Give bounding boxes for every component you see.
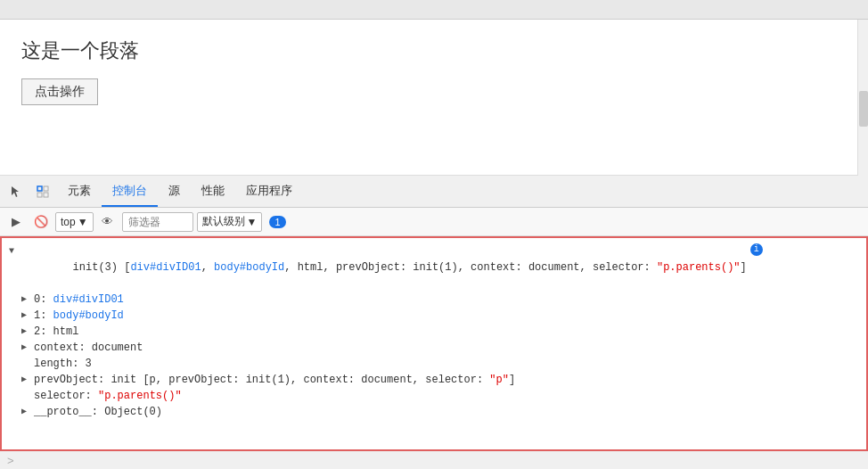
console-line-1[interactable]: ▶ 1: body#bodyId	[9, 308, 859, 324]
tab-elements[interactable]: 元素	[57, 176, 102, 207]
level-dropdown-arrow-icon: ▼	[247, 216, 258, 228]
proto-triangle-icon[interactable]: ▶	[21, 404, 30, 420]
console-output[interactable]: ▼ init(3) [div#divID01, body#bodyId, htm…	[0, 236, 868, 451]
child-0-triangle-icon[interactable]: ▶	[21, 292, 30, 308]
console-line-prevobject[interactable]: ▶ prevObject: init [p, prevObject: init(…	[9, 372, 859, 388]
preview-paragraph: 这是一个段落	[21, 37, 847, 64]
info-icon: i	[750, 243, 763, 256]
console-line-root[interactable]: ▼ init(3) [div#divID01, body#bodyId, htm…	[9, 243, 859, 292]
level-dropdown[interactable]: 默认级别 ▼	[197, 212, 263, 232]
console-line-2[interactable]: ▶ 2: html	[9, 324, 859, 340]
preview-button[interactable]: 点击操作	[21, 78, 98, 105]
console-line-context[interactable]: ▶ context: document	[9, 340, 859, 356]
console-line-selector: ▶ selector: "p.parents()"	[9, 388, 859, 404]
svg-rect-2	[37, 193, 42, 197]
tab-sources[interactable]: 源	[158, 176, 191, 207]
top-toolbar	[0, 0, 868, 20]
devtools-tabbar: 元素 控制台 源 性能 应用程序	[0, 176, 868, 208]
child-2-triangle-icon[interactable]: ▶	[21, 324, 30, 340]
console-text-root: init(3) [div#divID01, body#bodyId, html,…	[21, 243, 747, 292]
expand-triangle-icon[interactable]: ▼	[9, 243, 18, 259]
filter-input[interactable]	[122, 212, 193, 232]
cursor-icon[interactable]	[4, 179, 29, 204]
prevobject-triangle-icon[interactable]: ▶	[21, 372, 30, 388]
scrollbar-thumb[interactable]	[859, 91, 868, 127]
element-inspect-icon[interactable]	[30, 179, 55, 204]
top-dropdown[interactable]: top ▼	[55, 212, 94, 232]
child-1-triangle-icon[interactable]: ▶	[21, 308, 30, 324]
svg-rect-3	[44, 193, 48, 197]
context-triangle-icon[interactable]: ▶	[21, 340, 30, 356]
tab-console[interactable]: 控制台	[102, 176, 158, 207]
console-line-proto[interactable]: ▶ __proto__: Object(0)	[9, 404, 859, 420]
ban-icon[interactable]: 🚫	[30, 211, 52, 233]
console-line-0[interactable]: ▶ 0: div#divID01	[9, 292, 859, 308]
console-line-length: ▶ length: 3	[9, 356, 859, 372]
preview-scrollbar[interactable]	[857, 20, 868, 176]
console-toolbar: ▶ 🚫 top ▼ 👁 默认级别 ▼ 1	[0, 208, 868, 236]
svg-rect-1	[44, 186, 48, 191]
console-prompt[interactable]: >	[0, 451, 868, 469]
prompt-symbol: >	[7, 454, 14, 467]
console-wrapper: ▼ init(3) [div#divID01, body#bodyId, htm…	[0, 236, 868, 469]
svg-rect-0	[37, 186, 42, 191]
preview-area: 这是一个段落 点击操作	[0, 20, 868, 176]
tab-application[interactable]: 应用程序	[235, 176, 303, 207]
eye-icon[interactable]: 👁	[97, 211, 119, 233]
message-badge: 1	[269, 216, 285, 228]
dropdown-arrow-icon: ▼	[78, 216, 88, 228]
run-icon[interactable]: ▶	[5, 211, 27, 233]
tab-performance[interactable]: 性能	[191, 176, 235, 207]
